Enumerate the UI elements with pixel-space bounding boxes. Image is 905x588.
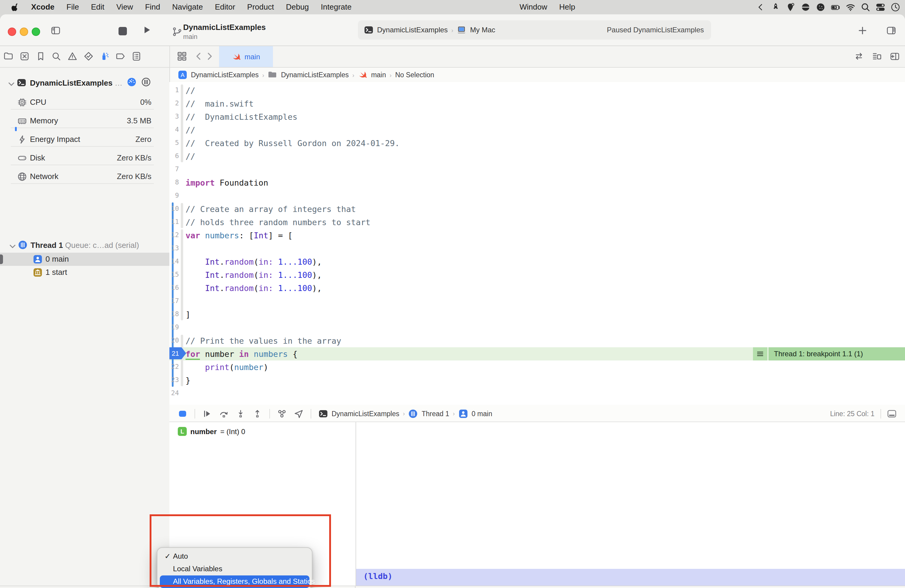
code-line-2[interactable]: 2// main.swift — [169, 97, 905, 110]
pin-x-icon[interactable] — [786, 2, 795, 12]
code-line-18[interactable]: 18] — [169, 308, 905, 321]
gauge-row-cpu[interactable]: CPU0% — [0, 96, 169, 109]
run-button[interactable] — [143, 25, 152, 35]
find-navigator-icon[interactable] — [52, 51, 61, 61]
code-line-12[interactable]: 12var numbers: [Int] = [ — [169, 229, 905, 242]
menu-xcode[interactable]: Xcode — [25, 0, 60, 14]
menu-edit[interactable]: Edit — [85, 0, 110, 14]
breadcrumb-segment[interactable]: No Selection — [395, 71, 434, 78]
process-row[interactable]: DynamicListExamples … — [0, 77, 169, 90]
breadcrumb[interactable]: ADynamicListExamples›DynamicListExamples… — [178, 68, 434, 82]
debug-navigator-icon[interactable] — [100, 51, 109, 61]
code-line-9[interactable]: 9 — [169, 189, 905, 202]
menu-view[interactable]: View — [110, 0, 139, 14]
code-line-13[interactable]: 13 — [169, 242, 905, 255]
step-out-icon[interactable] — [252, 408, 262, 418]
menu-debug[interactable]: Debug — [280, 0, 315, 14]
navigator-toggle-icon[interactable] — [51, 26, 60, 35]
panel-bottom-icon[interactable] — [887, 408, 897, 418]
breakpoints-icon[interactable] — [116, 51, 125, 61]
line-number[interactable]: 17 — [169, 295, 179, 308]
code-line-16[interactable]: 16 Int.random(in: 1...100), — [169, 281, 905, 295]
add-editor-icon[interactable] — [890, 51, 900, 61]
debug-crumb[interactable]: Thread 1 — [422, 410, 449, 417]
chevron-down-icon[interactable] — [8, 242, 17, 250]
line-number[interactable]: 24 — [169, 387, 179, 400]
gauge-row-network[interactable]: NetworkZero KB/s — [0, 170, 169, 183]
line-number[interactable]: 9 — [169, 189, 179, 202]
code-line-24[interactable]: 24 — [169, 387, 905, 400]
menu-help[interactable]: Help — [553, 0, 581, 14]
spotlight-icon[interactable] — [861, 2, 870, 12]
tests-icon[interactable] — [84, 51, 94, 61]
variable-row[interactable]: L number = (Int) 0 — [178, 427, 245, 436]
breakpoint-annotation[interactable]: Thread 1: breakpoint 1.1 (1) — [768, 347, 905, 361]
code-line-4[interactable]: 4// — [169, 123, 905, 137]
minimap-icon[interactable] — [872, 51, 882, 61]
continue-icon[interactable] — [202, 408, 212, 418]
menu-product[interactable]: Product — [241, 0, 280, 14]
line-number[interactable]: 6 — [169, 150, 179, 163]
menu-navigate[interactable]: Navigate — [166, 0, 209, 14]
line-number[interactable]: 20 — [169, 334, 179, 347]
code-line-14[interactable]: 14 Int.random(in: 1...100), — [169, 255, 905, 268]
thread-row[interactable]: Thread 1 Queue: c…ad (serial) — [0, 239, 169, 252]
zoom-button[interactable] — [32, 27, 40, 36]
stack-frame-1-start[interactable]: 1 start — [0, 266, 169, 279]
step-over-icon[interactable] — [219, 408, 229, 418]
gauge-icon[interactable] — [127, 77, 137, 87]
code-line-20[interactable]: 20// Print the values in the array — [169, 334, 905, 347]
half-circle-icon[interactable] — [801, 2, 810, 12]
control-center-icon[interactable] — [876, 2, 885, 12]
code-line-15[interactable]: 15 Int.random(in: 1...100), — [169, 268, 905, 281]
forward-chevron-icon[interactable] — [205, 51, 214, 61]
menu-window[interactable]: Window — [514, 0, 553, 14]
code-line-11[interactable]: 11// holds three random numbers to start — [169, 216, 905, 229]
battery-icon[interactable] — [831, 2, 840, 12]
tab-overview-icon[interactable] — [177, 51, 187, 61]
close-button[interactable] — [8, 27, 16, 36]
breadcrumb-segment[interactable]: DynamicListExamples — [281, 71, 349, 78]
lldb-prompt-line[interactable]: (lldb) — [356, 569, 905, 586]
code-line-10[interactable]: 10// Create an array of integers that — [169, 202, 905, 216]
code-line-3[interactable]: 3// DynamicListExamples — [169, 110, 905, 123]
stack-frame-0-main[interactable]: 0 main — [0, 253, 169, 266]
issues-icon[interactable] — [68, 51, 77, 61]
menu-find[interactable]: Find — [139, 0, 167, 14]
line-number[interactable]: 5 — [169, 137, 179, 150]
line-number[interactable]: 14 — [169, 255, 179, 268]
scheme-selector[interactable]: DynamicListExamples › My Mac Paused Dyna… — [358, 21, 711, 40]
tab-main[interactable]: main — [219, 46, 273, 67]
console[interactable]: (lldb) — [356, 422, 905, 586]
line-number[interactable]: 12 — [169, 229, 179, 242]
breakpoint-actions-icon[interactable] — [753, 347, 767, 361]
swap-icon[interactable] — [854, 51, 864, 61]
code-line-17[interactable]: 17 — [169, 295, 905, 308]
debug-crumb[interactable]: DynamicListExamples — [332, 410, 399, 417]
menu-editor[interactable]: Editor — [209, 0, 241, 14]
menu-file[interactable]: File — [60, 0, 85, 14]
code-line-22[interactable]: 22 print(number) — [169, 361, 905, 373]
simulate-location-icon[interactable] — [294, 408, 303, 418]
code-line-19[interactable]: 19 — [169, 321, 905, 334]
gauge-row-memory[interactable]: Memory3.5 MB — [0, 114, 169, 127]
reports-icon[interactable] — [132, 51, 141, 61]
threads-view-icon[interactable] — [141, 77, 151, 87]
line-number[interactable]: 3 — [169, 110, 179, 123]
line-number[interactable]: 23 — [169, 373, 179, 387]
scheme-project-label[interactable]: DynamicListExamples — [377, 26, 448, 34]
code-line-6[interactable]: 6// — [169, 150, 905, 163]
project-navigator-icon[interactable] — [3, 51, 13, 61]
editor-layout-icon[interactable] — [886, 26, 896, 35]
line-number[interactable]: 15 — [169, 268, 179, 281]
line-number[interactable]: 22 — [169, 361, 179, 373]
chevron-down-icon[interactable] — [7, 79, 16, 88]
scheme-device-label[interactable]: My Mac — [470, 26, 495, 34]
line-number[interactable]: 10 — [169, 202, 179, 216]
code-line-7[interactable]: 7 — [169, 163, 905, 176]
menu-integrate[interactable]: Integrate — [315, 0, 358, 14]
code-line-23[interactable]: 23} — [169, 373, 905, 387]
chevron-left-icon[interactable] — [756, 2, 765, 12]
wifi-icon[interactable] — [846, 2, 855, 12]
rocket-icon[interactable] — [771, 2, 781, 12]
